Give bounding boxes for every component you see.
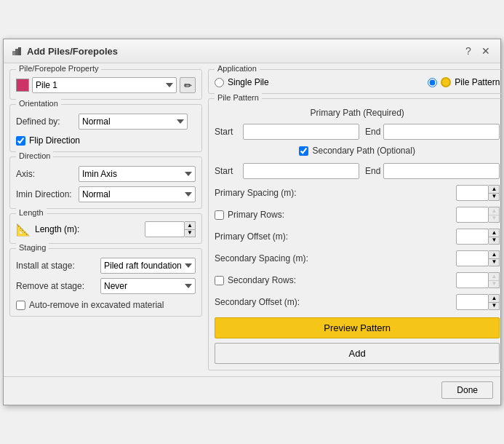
primary-offset-spin-buttons: ▲ ▼ — [489, 229, 500, 245]
axis-row: Axis: Imin Axis — [16, 166, 196, 182]
secondary-check-row: Secondary Path (Optional) — [215, 146, 500, 156]
dialog-footer: Done — [4, 376, 500, 405]
install-label: Install at stage: — [16, 261, 96, 271]
pile-pattern-label[interactable]: Pile Pattern — [455, 77, 500, 87]
title-bar-left: Add Piles/Forepoles — [11, 45, 118, 57]
remove-select[interactable]: Never — [100, 278, 196, 294]
secondary-offset-input[interactable]: 2 — [456, 294, 489, 310]
primary-spacing-spin-buttons: ▲ ▼ — [489, 185, 500, 201]
remove-row: Remove at stage: Never — [16, 278, 196, 294]
secondary-rows-spin-up: ▲ — [489, 273, 499, 280]
pile-property-title: Pile/Forepole Property — [16, 64, 101, 73]
length-label: Length (m): — [35, 224, 79, 234]
secondary-spacing-input[interactable]: 4 — [456, 250, 489, 266]
primary-offset-label: Primary Offset (m): — [215, 231, 453, 242]
primary-start-input[interactable]: 72 -72 0 — [243, 124, 359, 140]
flip-direction-row: Flip Direction — [16, 135, 196, 146]
primary-rows-row: Primary Rows: 10 ▲ ▼ — [215, 207, 500, 223]
secondary-rows-input: 10 — [456, 272, 489, 288]
primary-start-label: Start — [215, 127, 240, 137]
primary-rows-spin-buttons: ▲ ▼ — [489, 207, 500, 223]
secondary-rows-label[interactable]: Secondary Rows: — [228, 275, 453, 285]
secondary-path-checkbox[interactable] — [299, 146, 308, 156]
secondary-rows-spin-down: ▼ — [489, 280, 499, 288]
title-bar-right: ? ✕ — [461, 44, 493, 58]
single-pile-radio[interactable] — [215, 78, 224, 87]
length-icon: 📐 — [16, 223, 31, 237]
length-spin-down[interactable]: ▼ — [185, 229, 195, 237]
done-button[interactable]: Done — [441, 381, 493, 399]
install-select[interactable]: Piled raft foundation — [100, 258, 196, 274]
pile-pattern-group: Pile Pattern Primary Path (Required) Sta… — [208, 98, 504, 370]
auto-remove-checkbox[interactable] — [16, 301, 25, 310]
application-group: Application Single Pile Pile Pattern — [208, 69, 504, 94]
pile-pattern-option[interactable]: Pile Pattern — [428, 77, 500, 87]
left-panel: Pile/Forepole Property Pile 1 ✏ Orientat… — [9, 69, 202, 370]
primary-spacing-input[interactable]: 4 — [456, 185, 489, 201]
primary-spacing-spin-up[interactable]: ▲ — [489, 186, 499, 193]
dialog-icon — [11, 45, 23, 57]
single-pile-label[interactable]: Single Pile — [228, 77, 269, 87]
secondary-rows-spinner: 10 ▲ ▼ — [456, 272, 500, 288]
pile-edit-button[interactable]: ✏ — [180, 77, 196, 93]
primary-offset-spin-down[interactable]: ▼ — [489, 237, 499, 245]
secondary-path-label[interactable]: Secondary Path (Optional) — [312, 146, 415, 156]
defined-by-select[interactable]: Normal — [79, 114, 188, 130]
title-bar: Add Piles/Forepoles ? ✕ — [4, 39, 500, 63]
imin-label: Imin Direction: — [16, 189, 74, 199]
staging-title: Staging — [16, 243, 49, 252]
primary-rows-label[interactable]: Primary Rows: — [228, 210, 453, 220]
orientation-group: Orientation Defined by: Normal Flip Dire… — [9, 104, 202, 152]
add-button[interactable]: Add — [215, 343, 500, 364]
primary-offset-input[interactable]: 2 — [456, 229, 489, 245]
primary-rows-spinner: 10 ▲ ▼ — [456, 207, 500, 223]
pile-pattern-radio[interactable] — [428, 78, 437, 87]
imin-select[interactable]: Normal — [79, 186, 196, 202]
secondary-rows-checkbox[interactable] — [215, 276, 224, 285]
secondary-end-input[interactable]: 72 -88 0 — [383, 163, 500, 179]
secondary-rows-row: Secondary Rows: 10 ▲ ▼ — [215, 272, 500, 288]
secondary-start-row: Start 72 -72 0 End 72 -88 0 — [215, 163, 500, 179]
secondary-offset-spinner: 2 ▲ ▼ — [456, 294, 500, 310]
primary-spacing-spin-down[interactable]: ▼ — [489, 193, 499, 201]
secondary-offset-spin-down[interactable]: ▼ — [489, 302, 499, 310]
primary-offset-spinner: 2 ▲ ▼ — [456, 229, 500, 245]
secondary-start-input[interactable]: 72 -72 0 — [243, 163, 359, 179]
primary-rows-spin-down: ▼ — [489, 215, 499, 223]
secondary-offset-label: Secondary Offset (m): — [215, 297, 453, 307]
install-row: Install at stage: Piled raft foundation — [16, 258, 196, 274]
primary-rows-checkbox[interactable] — [215, 210, 224, 220]
dialog-body: Pile/Forepole Property Pile 1 ✏ Orientat… — [4, 63, 500, 376]
secondary-offset-row: Secondary Offset (m): 2 ▲ ▼ — [215, 294, 500, 310]
staging-group: Staging Install at stage: Piled raft fou… — [9, 248, 202, 317]
application-radio-row: Single Pile Pile Pattern — [215, 77, 500, 87]
primary-offset-spin-up[interactable]: ▲ — [489, 229, 499, 237]
svg-rect-2 — [18, 47, 21, 55]
single-pile-option[interactable]: Single Pile — [215, 77, 269, 87]
pile-select[interactable]: Pile 1 — [32, 77, 177, 93]
auto-remove-label[interactable]: Auto-remove in excavated material — [29, 300, 164, 310]
flip-direction-checkbox[interactable] — [16, 136, 25, 146]
help-button[interactable]: ? — [461, 44, 476, 58]
primary-spacing-row: Primary Spacing (m): 4 ▲ ▼ — [215, 185, 500, 201]
primary-end-input[interactable]: 88 -72 0 — [383, 124, 500, 140]
secondary-rows-spin-buttons: ▲ ▼ — [489, 272, 500, 288]
close-button[interactable]: ✕ — [479, 44, 493, 58]
pile-pattern-title: Pile Pattern — [215, 93, 262, 102]
secondary-spacing-spin-up[interactable]: ▲ — [489, 251, 499, 258]
length-spin-up[interactable]: ▲ — [185, 222, 195, 229]
primary-spacing-spinner: 4 ▲ ▼ — [456, 185, 500, 201]
secondary-spacing-spin-down[interactable]: ▼ — [489, 258, 499, 266]
axis-select[interactable]: Imin Axis — [79, 166, 196, 182]
imin-row: Imin Direction: Normal — [16, 186, 196, 202]
defined-by-row: Defined by: Normal — [16, 114, 196, 130]
flip-direction-label[interactable]: Flip Direction — [29, 135, 80, 146]
pile-color-swatch — [16, 79, 29, 92]
preview-pattern-button[interactable]: Preview Pattern — [215, 317, 500, 338]
direction-group: Direction Axis: Imin Axis Imin Direction… — [9, 156, 202, 209]
length-input[interactable]: 20 — [145, 221, 185, 237]
direction-title: Direction — [16, 151, 53, 160]
primary-rows-input: 10 — [456, 207, 489, 223]
primary-offset-row: Primary Offset (m): 2 ▲ ▼ — [215, 229, 500, 245]
secondary-offset-spin-up[interactable]: ▲ — [489, 295, 499, 302]
